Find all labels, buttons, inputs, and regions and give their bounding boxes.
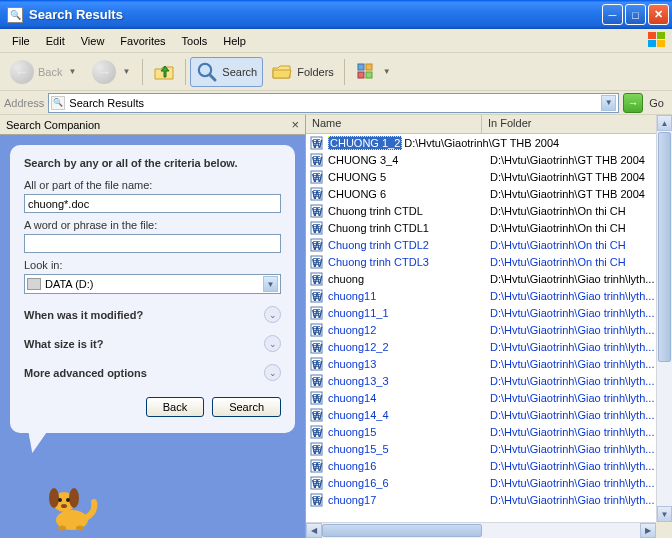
word-doc-icon: W: [309, 408, 325, 422]
search-dog-character[interactable]: [40, 478, 100, 532]
list-item[interactable]: Wchuong15_5D:\Hvtu\Giaotrinh\Giao trinh\…: [306, 440, 672, 457]
menu-view[interactable]: View: [73, 33, 113, 49]
menu-file[interactable]: File: [4, 33, 38, 49]
file-folder: D:\Hvtu\Giaotrinh\On thi CH: [488, 256, 672, 268]
list-item[interactable]: Wchuong12_2D:\Hvtu\Giaotrinh\Giao trinh\…: [306, 338, 672, 355]
address-dropdown-button[interactable]: ▼: [601, 95, 616, 111]
minimize-button[interactable]: ─: [602, 4, 623, 25]
word-doc-icon: W: [309, 221, 325, 235]
list-item[interactable]: Wchuong14_4D:\Hvtu\Giaotrinh\Giao trinh\…: [306, 406, 672, 423]
search-heading: Search by any or all of the criteria bel…: [24, 157, 281, 169]
file-folder: D:\Hvtu\Giaotrinh\Giao trinh\lyth...: [488, 341, 672, 353]
back-button-panel[interactable]: Back: [146, 397, 204, 417]
back-button[interactable]: ← Back ▼: [4, 56, 84, 88]
search-bubble: Search by any or all of the criteria bel…: [10, 145, 295, 433]
svg-rect-2: [648, 40, 656, 47]
advanced-expander[interactable]: More advanced options ⌄: [24, 364, 281, 381]
scroll-thumb[interactable]: [658, 132, 671, 362]
scroll-thumb[interactable]: [322, 524, 482, 537]
expand-icon: ⌄: [264, 306, 281, 323]
views-button[interactable]: ▼: [349, 57, 399, 87]
word-doc-icon: W: [309, 425, 325, 439]
list-item[interactable]: Wchuong15D:\Hvtu\Giaotrinh\Giao trinh\ly…: [306, 423, 672, 440]
svg-text:W: W: [312, 240, 323, 252]
folders-toggle-button[interactable]: Folders: [265, 57, 340, 87]
scroll-up-button[interactable]: ▲: [657, 115, 672, 131]
forward-button[interactable]: → ▼: [86, 56, 138, 88]
close-button[interactable]: ✕: [648, 4, 669, 25]
column-folder[interactable]: In Folder: [482, 115, 672, 133]
word-input[interactable]: [24, 234, 281, 253]
lookin-combo[interactable]: DATA (D:) ▼: [24, 274, 281, 294]
list-item[interactable]: WchuongD:\Hvtu\Giaotrinh\Giao trinh\lyth…: [306, 270, 672, 287]
up-button[interactable]: [147, 57, 181, 87]
svg-text:W: W: [312, 359, 323, 371]
menu-tools[interactable]: Tools: [174, 33, 216, 49]
list-item[interactable]: WChuong trinh CTDL3D:\Hvtu\Giaotrinh\On …: [306, 253, 672, 270]
svg-point-14: [69, 488, 79, 508]
vertical-scrollbar[interactable]: ▲ ▼: [656, 115, 672, 522]
svg-text:W: W: [312, 495, 323, 507]
file-name: Chuong trinh CTDL2: [328, 239, 488, 251]
word-doc-icon: W: [309, 136, 325, 150]
back-arrow-icon: ←: [10, 60, 34, 84]
list-item[interactable]: WCHUONG 1_2D:\Hvtu\Giaotrinh\GT THB 2004: [306, 134, 672, 151]
file-name: chuong16: [328, 460, 488, 472]
list-item[interactable]: Wchuong16_6D:\Hvtu\Giaotrinh\Giao trinh\…: [306, 474, 672, 491]
word-doc-icon: W: [309, 187, 325, 201]
file-folder: D:\Hvtu\Giaotrinh\On thi CH: [488, 222, 672, 234]
companion-close-button[interactable]: ×: [291, 117, 299, 132]
list-item[interactable]: WCHUONG 5D:\Hvtu\Giaotrinh\GT THB 2004: [306, 168, 672, 185]
svg-text:W: W: [312, 410, 323, 422]
modified-expander[interactable]: When was it modified? ⌄: [24, 306, 281, 323]
file-name: chuong: [328, 273, 488, 285]
list-item[interactable]: Wchuong17D:\Hvtu\Giaotrinh\Giao trinh\ly…: [306, 491, 672, 508]
svg-text:W: W: [312, 461, 323, 473]
lookin-value: DATA (D:): [45, 278, 263, 290]
list-item[interactable]: WCHUONG 6D:\Hvtu\Giaotrinh\GT THB 2004: [306, 185, 672, 202]
column-name[interactable]: Name: [306, 115, 482, 133]
file-folder: D:\Hvtu\Giaotrinh\Giao trinh\lyth...: [488, 494, 672, 506]
list-item[interactable]: Wchuong12D:\Hvtu\Giaotrinh\Giao trinh\ly…: [306, 321, 672, 338]
list-item[interactable]: Wchuong13D:\Hvtu\Giaotrinh\Giao trinh\ly…: [306, 355, 672, 372]
list-item[interactable]: Wchuong11D:\Hvtu\Giaotrinh\Giao trinh\ly…: [306, 287, 672, 304]
svg-line-5: [209, 74, 215, 80]
size-expander[interactable]: What size is it? ⌄: [24, 335, 281, 352]
svg-text:W: W: [312, 223, 323, 235]
address-bar: Address 🔍 Search Results ▼ → Go: [0, 91, 672, 115]
file-name: chuong11: [328, 290, 488, 302]
address-combo[interactable]: 🔍 Search Results ▼: [48, 93, 619, 113]
menu-edit[interactable]: Edit: [38, 33, 73, 49]
search-button-panel[interactable]: Search: [212, 397, 281, 417]
go-button[interactable]: →: [623, 93, 643, 113]
file-name: CHUONG 3_4: [328, 154, 488, 166]
search-results-icon: 🔍: [51, 96, 65, 110]
filename-input[interactable]: [24, 194, 281, 213]
list-item[interactable]: WCHUONG 3_4D:\Hvtu\Giaotrinh\GT THB 2004: [306, 151, 672, 168]
list-item[interactable]: Wchuong13_3D:\Hvtu\Giaotrinh\Giao trinh\…: [306, 372, 672, 389]
menu-favorites[interactable]: Favorites: [112, 33, 173, 49]
horizontal-scrollbar[interactable]: ◀ ▶: [306, 522, 656, 538]
list-item[interactable]: Wchuong14D:\Hvtu\Giaotrinh\Giao trinh\ly…: [306, 389, 672, 406]
content-area: Search Companion × Search by any or all …: [0, 115, 672, 538]
file-folder: D:\Hvtu\Giaotrinh\Giao trinh\lyth...: [488, 443, 672, 455]
svg-text:W: W: [312, 308, 323, 320]
list-item[interactable]: WChuong trinh CTDLD:\Hvtu\Giaotrinh\On t…: [306, 202, 672, 219]
search-toggle-button[interactable]: Search: [190, 57, 263, 87]
scroll-right-button[interactable]: ▶: [640, 523, 656, 538]
separator: [142, 59, 143, 85]
svg-rect-3: [657, 40, 665, 47]
svg-text:W: W: [312, 478, 323, 490]
list-item[interactable]: WChuong trinh CTDL1D:\Hvtu\Giaotrinh\On …: [306, 219, 672, 236]
scroll-left-button[interactable]: ◀: [306, 523, 322, 538]
list-item[interactable]: Wchuong11_1D:\Hvtu\Giaotrinh\Giao trinh\…: [306, 304, 672, 321]
lookin-dropdown-button[interactable]: ▼: [263, 276, 278, 292]
list-item[interactable]: Wchuong16D:\Hvtu\Giaotrinh\Giao trinh\ly…: [306, 457, 672, 474]
scroll-down-button[interactable]: ▼: [657, 506, 672, 522]
chevron-down-icon: ▼: [66, 67, 78, 76]
list-item[interactable]: WChuong trinh CTDL2D:\Hvtu\Giaotrinh\On …: [306, 236, 672, 253]
companion-header: Search Companion ×: [0, 115, 305, 135]
menu-help[interactable]: Help: [215, 33, 254, 49]
maximize-button[interactable]: □: [625, 4, 646, 25]
svg-point-13: [49, 488, 59, 508]
